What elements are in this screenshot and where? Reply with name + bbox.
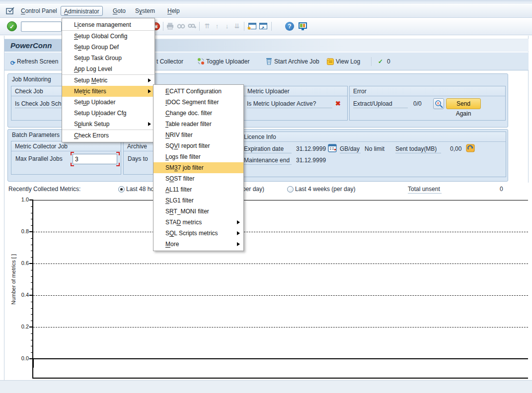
recently-collected-label: Recently Collected Metrics: xyxy=(8,186,80,193)
shortcut-icon[interactable] xyxy=(259,23,267,29)
menu-item[interactable]: More xyxy=(153,239,243,250)
menu-item[interactable]: SM37 job filter xyxy=(153,162,243,173)
menu-item[interactable]: AL11 filter xyxy=(153,184,243,195)
menu-item[interactable]: Setup Global Config xyxy=(62,31,154,42)
menu-item[interactable]: STAD metrics xyxy=(153,217,243,228)
error-group: Error Extract/Upload 0/0 Send Again xyxy=(349,86,506,121)
maintenance-end-value: 31.12.9999 xyxy=(296,157,326,165)
expiration-date-value: 31.12.9999 xyxy=(296,145,326,153)
menu-edit-icon[interactable] xyxy=(6,7,15,14)
menu-item[interactable]: SQVI report filter xyxy=(153,140,243,151)
metrics-chart xyxy=(4,196,529,380)
menu-item[interactable]: Logs file filter xyxy=(153,151,243,162)
licence-info-group-title: Licence Info xyxy=(240,132,506,142)
menu-item[interactable]: SQL Scripts metrics xyxy=(153,228,243,239)
toolbar-separator xyxy=(271,22,272,31)
start-archive-job-button[interactable]: Start Archive Job xyxy=(265,57,319,66)
menubar-item-help[interactable]: Help xyxy=(164,6,183,16)
last-page-icon[interactable]: ⇊ xyxy=(232,22,241,31)
menubar-item-administrator[interactable]: Administrator xyxy=(61,6,103,16)
window-top-strip xyxy=(0,0,532,3)
menu-item[interactable]: Change doc. filter xyxy=(153,108,243,119)
x-major-tick xyxy=(33,359,34,368)
radio-last-4-weeks-label: Last 4 weeks (per day) xyxy=(295,186,355,193)
ok-count: 0 xyxy=(387,57,390,66)
toggle-uploader-button[interactable]: Toggle Uploader xyxy=(197,57,249,66)
find-next-icon[interactable] xyxy=(188,22,197,31)
y-minor-ticks xyxy=(31,200,33,359)
gridline-0-2 xyxy=(33,327,528,328)
extract-upload-label: Extract/Upload xyxy=(353,100,408,108)
menu-item[interactable]: Metric filters xyxy=(62,86,154,97)
menubar-item-control-panel[interactable]: Control Panel xyxy=(18,6,60,16)
max-parallel-jobs-label: Max Parallel Jobs xyxy=(15,155,63,163)
display-magnifier-icon[interactable] xyxy=(433,98,444,109)
administrator-menu: License management Setup Global Config S… xyxy=(62,18,155,142)
help-icon[interactable]: ? xyxy=(285,22,294,31)
previous-page-icon[interactable]: ↑ xyxy=(213,22,222,31)
layout-icon[interactable] xyxy=(299,22,307,29)
sap-gui-window: Control Panel Administrator Goto System … xyxy=(0,0,532,393)
toolbar-separator xyxy=(199,22,200,31)
error-group-title: Error xyxy=(350,86,505,96)
menu-item[interactable]: License management xyxy=(62,19,154,30)
y-tick-label: 0.0 xyxy=(12,355,29,361)
menu-item[interactable]: NRIV filter xyxy=(153,130,243,140)
print-icon[interactable] xyxy=(166,22,175,31)
y-tick-label: 0.6 xyxy=(12,260,29,266)
max-parallel-jobs-input[interactable] xyxy=(73,154,117,164)
metric-uploader-group-title: Metric Uploader xyxy=(244,86,347,96)
menu-item[interactable]: IDOC Segment filter xyxy=(153,97,243,108)
menubar-item-system[interactable]: System xyxy=(132,6,158,16)
sent-today-label: Sent today(MB) xyxy=(395,145,441,153)
archive-trash-icon xyxy=(265,58,273,65)
menu-item[interactable]: Check Errors xyxy=(62,130,154,141)
submenu-arrow-icon xyxy=(237,242,240,246)
menu-item[interactable]: Splunk Setup xyxy=(62,119,154,130)
menu-item[interactable]: Setup Metric xyxy=(62,75,154,86)
metric-collector-job-group-title: Metric Collector Job xyxy=(11,141,121,151)
find-icon[interactable] xyxy=(177,22,186,31)
new-session-icon[interactable] xyxy=(248,23,256,29)
expiration-date-label: Expiration date xyxy=(244,145,292,153)
toggle-uploader-icon xyxy=(197,58,205,65)
radio-last-48-hours[interactable] xyxy=(118,186,125,193)
send-again-button[interactable]: Send Again xyxy=(446,98,481,109)
toolbar-separator xyxy=(163,22,163,31)
total-unsent-label: Total unsent xyxy=(408,186,442,194)
first-page-icon[interactable]: ⇈ xyxy=(203,22,212,31)
gb-per-day-value: No limit xyxy=(365,145,384,153)
batch-parameters-title: Batch Parameters xyxy=(12,131,60,138)
menu-item[interactable]: App Log Level xyxy=(62,64,154,74)
toolbar-separator xyxy=(371,57,372,66)
chart-x-axis xyxy=(32,358,528,359)
menu-item[interactable]: SOST filter xyxy=(153,173,243,184)
menu-item[interactable]: Table reader filter xyxy=(153,119,243,130)
collector-button[interactable]: t Collector xyxy=(156,57,183,66)
refresh-screen-button[interactable]: ⟳Refresh Screen xyxy=(10,57,58,66)
y-tick-label: 0.4 xyxy=(12,292,29,298)
menu-item[interactable]: ECATT Configuration xyxy=(153,86,243,97)
menubar-item-goto[interactable]: Goto xyxy=(110,6,129,16)
metric-uploader-status-label: Is Metric Uploader Active? xyxy=(247,100,332,108)
total-unsent-value: 0 xyxy=(500,186,503,193)
calendar-icon[interactable] xyxy=(328,144,337,152)
selection-corner xyxy=(71,163,74,166)
menu-item[interactable]: Setup Uploader Cfg xyxy=(62,108,154,119)
menu-item[interactable]: Setup Group Def xyxy=(62,42,154,53)
metric-filters-submenu: ECATT Configuration IDOC Segment filter … xyxy=(153,84,244,251)
resend-icon[interactable] xyxy=(466,144,475,152)
enter-icon[interactable]: ✓ xyxy=(7,21,17,31)
gridline-0-6 xyxy=(33,263,528,264)
job-monitoring-title: Job Monitoring xyxy=(12,76,51,83)
radio-partial-label: per day) xyxy=(242,186,264,193)
next-page-icon[interactable]: ↓ xyxy=(223,22,231,31)
menu-item[interactable]: SRT_MONI filter xyxy=(153,206,243,217)
menu-item[interactable]: SLG1 filter xyxy=(153,195,243,206)
menu-item[interactable]: Setup Uploader xyxy=(62,97,154,108)
view-log-button[interactable]: View Log xyxy=(326,57,360,66)
sent-today-value: 0,00 xyxy=(450,145,461,153)
radio-last-4-weeks[interactable] xyxy=(287,186,294,193)
command-field[interactable] xyxy=(21,21,62,32)
menu-item[interactable]: Setup Task Group xyxy=(62,53,154,64)
